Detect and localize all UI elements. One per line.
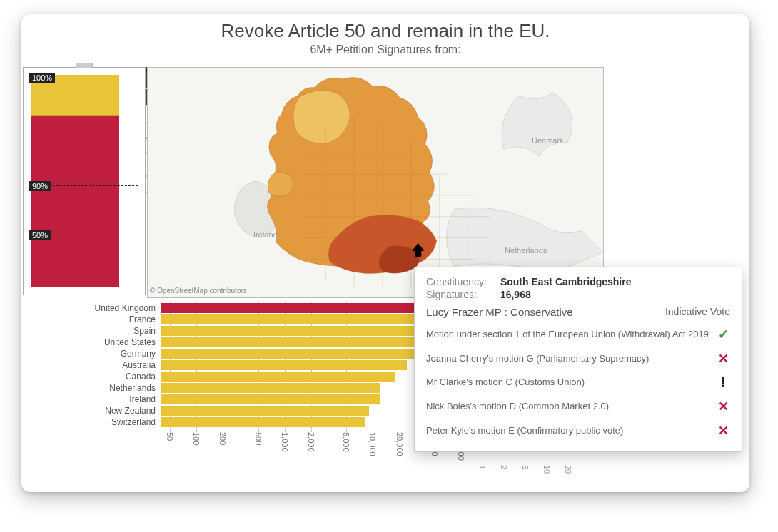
bar[interactable] — [161, 417, 365, 427]
motion-text: Mr Clarke's motion C (Customs Union) — [426, 377, 709, 389]
axis-tick: 20 — [564, 465, 572, 474]
map-label-netherlands: Netherlands — [505, 246, 547, 255]
mp-line: Lucy Frazer MP : Conservative Indicative… — [426, 306, 730, 318]
kv-signatures: Signatures: 16,968 — [426, 289, 730, 300]
bar-label: France — [71, 314, 158, 325]
dashboard-frame: Revoke Article 50 and remain in the EU. … — [21, 14, 749, 492]
bar-label: Australia — [71, 359, 158, 371]
ref-label-100: 100% — [29, 73, 55, 83]
motion-text: Nick Boles's motion D (Common Market 2.0… — [426, 401, 709, 413]
bar-label: Netherlands — [71, 382, 158, 394]
motion-text: Motion under section 1 of the European U… — [426, 329, 709, 341]
map-label-ireland: Ireland — [253, 230, 278, 239]
motion-row: Nick Boles's motion D (Common Market 2.0… — [426, 394, 730, 419]
constituency-detail-card: Constituency: South East Cambridgeshire … — [414, 267, 742, 452]
bar[interactable] — [161, 349, 414, 359]
cross-icon: ✕ — [716, 351, 730, 367]
map-label-denmark: Denmark — [532, 136, 564, 145]
motion-row: Mr Clarke's motion C (Customs Union)! — [426, 371, 730, 394]
bar-label: Switzerland — [71, 416, 158, 428]
stacked-share-inset: ✕ 100% 90% 50% — [23, 67, 146, 295]
bar[interactable] — [161, 360, 407, 370]
axis-tick: 1 — [478, 465, 487, 474]
stack-segment-uk — [31, 116, 119, 287]
motion-row: Motion under section 1 of the European U… — [426, 322, 730, 347]
stacked-bar-chart: 100% 90% 50% — [31, 75, 138, 287]
check-icon: ✓ — [716, 327, 730, 342]
bar[interactable] — [161, 326, 424, 336]
uk-choropleth-map[interactable]: Ireland Denmark Netherlands — [147, 67, 604, 298]
motion-text: Peter Kyle's motion E (Confirmatory publ… — [426, 425, 709, 437]
page-title: Revoke Article 50 and remain in the EU. — [21, 14, 749, 42]
cross-icon: ✕ — [716, 399, 730, 414]
bar-label: Spain — [71, 325, 158, 337]
motion-row: Peter Kyle's motion E (Confirmatory publ… — [426, 419, 730, 443]
page-subtitle: 6M+ Petition Signatures from: — [21, 44, 749, 56]
bar-label: United States — [71, 337, 158, 348]
bar-label: United Kingdom — [71, 302, 158, 314]
lower-axis-peek: 1251020 — [478, 465, 572, 474]
bar-label: Germany — [71, 348, 158, 359]
vote-header: Indicative Vote — [665, 306, 730, 317]
axis-tick: 5 — [521, 465, 530, 474]
motion-list: Motion under section 1 of the European U… — [426, 322, 730, 443]
motion-text: Joanna Cherry's motion G (Parliamentary … — [426, 353, 709, 365]
kv-constituency: Constituency: South East Cambridgeshire — [426, 276, 730, 287]
bar[interactable] — [161, 372, 395, 382]
motion-row: Joanna Cherry's motion G (Parliamentary … — [426, 347, 730, 371]
bar[interactable] — [161, 383, 380, 393]
map-attribution: © OpenStreetMap contributors — [150, 287, 247, 300]
exclaim-icon: ! — [716, 375, 730, 390]
axis-tick: 10 — [542, 465, 551, 474]
axis-tick: 2 — [500, 465, 508, 474]
bar[interactable] — [161, 337, 418, 347]
ref-label-90: 90% — [29, 181, 51, 191]
cross-icon: ✕ — [716, 423, 730, 439]
bar-label: Canada — [71, 371, 158, 382]
drag-handle-icon[interactable] — [76, 63, 93, 68]
bar[interactable] — [161, 406, 369, 416]
bar[interactable] — [161, 314, 435, 324]
bar-label: Ireland — [71, 394, 158, 405]
bar[interactable] — [161, 394, 380, 404]
bar-label: New Zealand — [71, 405, 158, 416]
ref-label-50: 50% — [29, 230, 51, 240]
